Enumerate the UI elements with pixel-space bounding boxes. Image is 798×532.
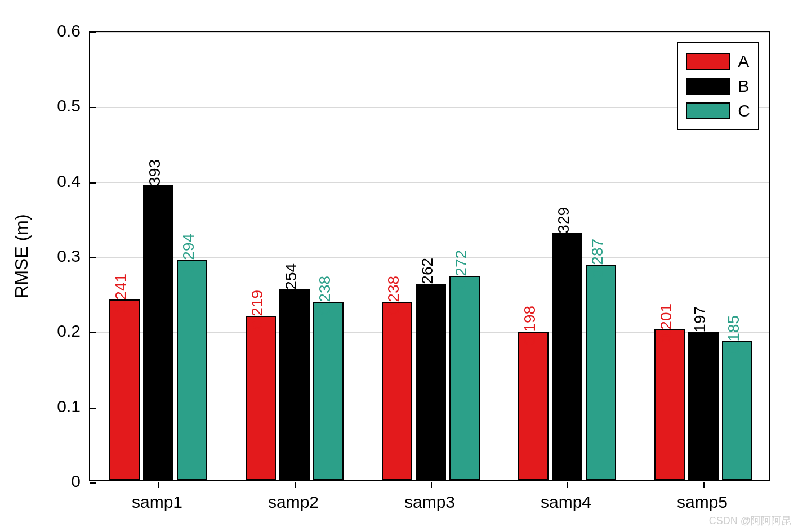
legend-text: B [738, 77, 749, 96]
bar-label: 0.254 [282, 263, 300, 303]
legend-row: B [686, 74, 750, 99]
bar-A [654, 329, 685, 480]
ytick-mark [90, 257, 96, 258]
bar-label: 0.272 [452, 250, 470, 289]
gridline [90, 32, 769, 33]
bar-label: 0.198 [521, 306, 539, 345]
legend-row: A [686, 49, 750, 74]
ytick-mark [90, 408, 96, 409]
xtick-mark [158, 482, 159, 488]
bar-label: 0.238 [385, 276, 403, 315]
ytick-label: 0.2 [47, 321, 81, 341]
chart-stage: 00.10.20.30.40.50.6RMSE (m)samp10.2410.3… [0, 0, 798, 532]
bar-label: 0.287 [589, 239, 607, 278]
bar-C [722, 341, 752, 480]
bar-C [586, 265, 616, 480]
bar-C [177, 260, 207, 480]
bar-label: 0.294 [180, 234, 198, 273]
bar-B [416, 284, 446, 480]
xtick-label: samp3 [404, 493, 455, 512]
bar-A [382, 302, 412, 480]
bar-label: 0.241 [112, 274, 130, 313]
bar-label: 0.262 [418, 258, 436, 297]
y-axis-label: RMSE (m) [11, 214, 32, 298]
ytick-label: 0.3 [47, 247, 81, 266]
bar-label: 0.197 [691, 306, 709, 346]
ytick-label: 0.4 [47, 172, 81, 191]
ytick-mark [90, 107, 96, 108]
bar-A [246, 316, 276, 480]
bar-B [552, 233, 582, 480]
bar-A [109, 299, 140, 480]
xtick-label: samp1 [132, 493, 182, 512]
xtick-label: samp5 [677, 493, 728, 512]
legend-text: A [738, 52, 749, 71]
bar-label: 0.185 [725, 315, 743, 355]
xtick-mark [703, 482, 705, 488]
xtick-mark [295, 482, 296, 488]
legend-row: C [686, 99, 750, 123]
legend-swatch [686, 102, 730, 119]
xtick-mark [567, 482, 568, 488]
gridline [90, 107, 769, 108]
legend: ABC [677, 42, 759, 130]
ytick-label: 0.5 [47, 96, 81, 115]
bar-label: 0.393 [146, 159, 164, 199]
ytick-label: 0 [47, 472, 81, 491]
xtick-label: samp2 [268, 493, 319, 512]
bar-label: 0.329 [555, 207, 573, 247]
bar-C [313, 302, 344, 480]
ytick-label: 0.1 [47, 397, 81, 416]
bar-B [688, 332, 719, 480]
ytick-mark [90, 32, 96, 33]
bar-A [518, 332, 549, 480]
bar-label: 0.201 [657, 303, 675, 343]
bar-C [449, 276, 480, 480]
xtick-label: samp4 [541, 493, 591, 512]
ytick-mark [90, 182, 96, 184]
watermark: CSDN @阿阿阿昆 [709, 514, 791, 527]
bar-label: 0.219 [248, 290, 266, 329]
bar-B [279, 289, 310, 480]
gridline [90, 182, 769, 183]
ytick-mark [90, 332, 96, 333]
legend-text: C [738, 101, 750, 120]
xtick-mark [431, 482, 432, 488]
legend-swatch [686, 53, 730, 70]
legend-swatch [686, 78, 730, 95]
bar-label: 0.238 [316, 276, 334, 315]
ytick-label: 0.6 [47, 21, 81, 41]
bar-B [143, 185, 173, 480]
ytick-mark [90, 482, 96, 484]
